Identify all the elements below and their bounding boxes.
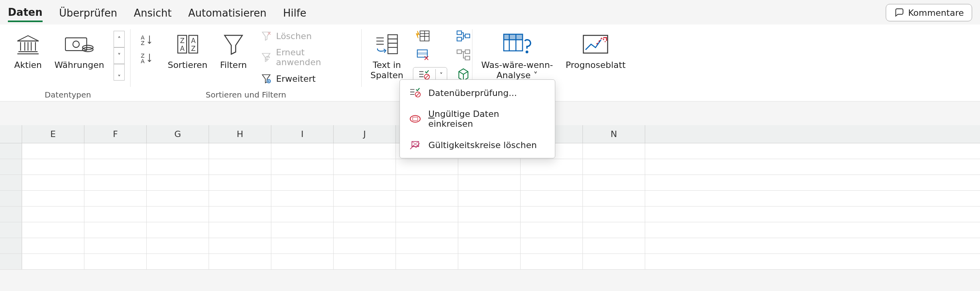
- select-all-corner[interactable]: [0, 125, 22, 143]
- cell[interactable]: [147, 191, 209, 206]
- stocks-button[interactable]: Aktien: [11, 28, 45, 72]
- cell[interactable]: [583, 191, 645, 206]
- cell[interactable]: [521, 238, 583, 253]
- remove-duplicates-button[interactable]: [413, 48, 447, 62]
- cell[interactable]: [209, 254, 271, 269]
- column-header[interactable]: H: [209, 125, 271, 143]
- cell[interactable]: [583, 222, 645, 238]
- cell[interactable]: [583, 207, 645, 222]
- row-header[interactable]: [0, 191, 22, 206]
- cell[interactable]: [209, 175, 271, 190]
- cell[interactable]: [147, 238, 209, 253]
- cell[interactable]: [147, 159, 209, 175]
- cell[interactable]: [22, 238, 84, 253]
- cell[interactable]: [521, 159, 583, 175]
- relationships-button[interactable]: [454, 48, 473, 62]
- cell[interactable]: [334, 207, 396, 222]
- cell[interactable]: [334, 143, 396, 159]
- cell[interactable]: [22, 159, 84, 175]
- cell[interactable]: [396, 254, 458, 269]
- sort-desc-button[interactable]: ZA: [136, 51, 158, 66]
- flash-fill-button[interactable]: [413, 29, 447, 43]
- cell[interactable]: [209, 207, 271, 222]
- cell[interactable]: [521, 191, 583, 206]
- cell[interactable]: [147, 254, 209, 269]
- row-header[interactable]: [0, 222, 22, 238]
- row-header[interactable]: [0, 207, 22, 222]
- currencies-button[interactable]: Währungen: [51, 28, 107, 72]
- whatif-button[interactable]: Was-wäre-wenn- Analyse ˅: [478, 28, 556, 83]
- cell[interactable]: [22, 207, 84, 222]
- row-header[interactable]: [0, 238, 22, 253]
- cell[interactable]: [209, 159, 271, 175]
- cell[interactable]: [147, 175, 209, 190]
- stepper-up[interactable]: ˄: [114, 31, 125, 47]
- cell[interactable]: [147, 222, 209, 238]
- row-header[interactable]: [0, 143, 22, 159]
- cell[interactable]: [396, 159, 458, 175]
- tab-ansicht[interactable]: Ansicht: [134, 3, 172, 21]
- text-to-columns-button[interactable]: Text in Spalten: [367, 28, 407, 83]
- cell[interactable]: [458, 207, 521, 222]
- cell[interactable]: [22, 191, 84, 206]
- tab-hilfe[interactable]: Hilfe: [283, 3, 306, 21]
- tab-automatisieren[interactable]: Automatisieren: [188, 3, 266, 21]
- cell[interactable]: [22, 175, 84, 190]
- advanced-filter-button[interactable]: Erweitert: [256, 72, 356, 85]
- cell[interactable]: [334, 159, 396, 175]
- cell[interactable]: [334, 191, 396, 206]
- cell[interactable]: [84, 159, 147, 175]
- row-header[interactable]: [0, 159, 22, 175]
- cell[interactable]: [583, 175, 645, 190]
- row-header[interactable]: [0, 254, 22, 269]
- cell[interactable]: [396, 207, 458, 222]
- cell[interactable]: [396, 222, 458, 238]
- cell[interactable]: [396, 175, 458, 190]
- cell[interactable]: [458, 222, 521, 238]
- cell[interactable]: [334, 222, 396, 238]
- column-header[interactable]: E: [22, 125, 84, 143]
- cell[interactable]: [521, 254, 583, 269]
- cell[interactable]: [583, 238, 645, 253]
- column-header[interactable]: G: [147, 125, 209, 143]
- cell[interactable]: [84, 222, 147, 238]
- cell[interactable]: [334, 175, 396, 190]
- cell[interactable]: [209, 143, 271, 159]
- stepper-down[interactable]: ˅: [114, 47, 125, 64]
- cell[interactable]: [209, 191, 271, 206]
- cell[interactable]: [334, 238, 396, 253]
- cell[interactable]: [271, 159, 334, 175]
- cell[interactable]: [458, 238, 521, 253]
- cell[interactable]: [271, 254, 334, 269]
- cell[interactable]: [84, 207, 147, 222]
- cell[interactable]: [396, 191, 458, 206]
- cell[interactable]: [271, 238, 334, 253]
- consolidate-button[interactable]: [454, 29, 473, 43]
- cell[interactable]: [22, 143, 84, 159]
- sort-button[interactable]: ZAAZ Sortieren: [164, 28, 211, 72]
- cell[interactable]: [521, 207, 583, 222]
- filter-button[interactable]: Filtern: [217, 28, 250, 72]
- comments-button[interactable]: Kommentare: [886, 4, 972, 21]
- cell[interactable]: [147, 143, 209, 159]
- cell[interactable]: [209, 238, 271, 253]
- cell[interactable]: [583, 159, 645, 175]
- menu-item-data-validation[interactable]: Datenüberprüfung...: [402, 82, 553, 103]
- cell[interactable]: [22, 254, 84, 269]
- cell[interactable]: [84, 143, 147, 159]
- cell[interactable]: [84, 191, 147, 206]
- cell[interactable]: [271, 222, 334, 238]
- cell[interactable]: [271, 143, 334, 159]
- cell[interactable]: [84, 254, 147, 269]
- cell[interactable]: [84, 175, 147, 190]
- cell[interactable]: [84, 238, 147, 253]
- tab-daten[interactable]: Daten: [8, 2, 43, 22]
- cell[interactable]: [271, 175, 334, 190]
- cell[interactable]: [22, 222, 84, 238]
- row-header[interactable]: [0, 175, 22, 190]
- cell[interactable]: [583, 143, 645, 159]
- cell[interactable]: [458, 175, 521, 190]
- cell[interactable]: [521, 222, 583, 238]
- cell[interactable]: [271, 207, 334, 222]
- cell[interactable]: [271, 191, 334, 206]
